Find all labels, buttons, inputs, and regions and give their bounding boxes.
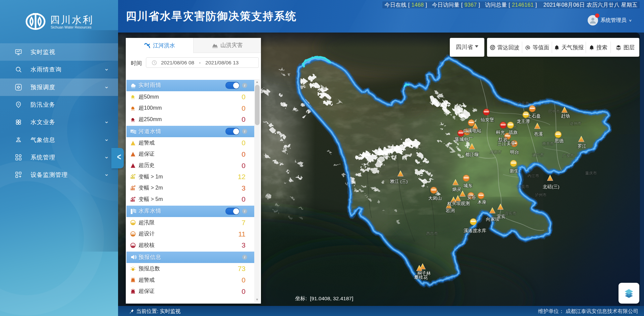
- svg-text:三江美亚: 三江美亚: [497, 141, 516, 146]
- svg-text:城东: 城东: [463, 183, 473, 188]
- svg-text:自贡市: 自贡市: [518, 185, 529, 189]
- svg-text:宜宾: 宜宾: [497, 214, 506, 219]
- svg-text:赶场: 赶场: [561, 113, 570, 118]
- svg-text:白溪电站: 白溪电站: [463, 128, 482, 133]
- svg-text:上石盘: 上石盘: [527, 113, 541, 118]
- svg-text:仙女堡: 仙女堡: [480, 117, 494, 122]
- svg-text:广安市: 广安市: [562, 154, 574, 158]
- svg-text:岩润: 岩润: [446, 208, 455, 213]
- svg-text:安谷: 安谷: [467, 195, 476, 200]
- svg-text:科光: 科光: [496, 130, 505, 135]
- svg-text:思德: 思德: [554, 138, 564, 143]
- svg-text:罗江: 罗江: [578, 144, 587, 149]
- svg-text:炳灵: 炳灵: [452, 187, 462, 192]
- svg-text:西昌市: 西昌市: [426, 231, 438, 235]
- svg-text:巴中市: 巴中市: [548, 109, 560, 113]
- svg-text:遂宁市: 遂宁市: [532, 153, 544, 157]
- svg-text:木座: 木座: [478, 200, 487, 205]
- svg-text:广元市: 广元市: [518, 101, 529, 105]
- svg-text:重庆市: 重庆市: [585, 171, 597, 175]
- svg-text:苍溪: 苍溪: [534, 131, 543, 137]
- svg-text:内江市: 内江市: [528, 174, 539, 178]
- svg-text:汛: 汛: [17, 103, 20, 106]
- svg-text:溪洛渡水库: 溪洛渡水库: [464, 228, 486, 233]
- svg-text:达州市: 达州市: [570, 121, 582, 125]
- svg-text:南充市: 南充市: [542, 142, 554, 146]
- svg-text:晋城电厂: 晋城电厂: [455, 137, 473, 142]
- svg-text:明台: 明台: [510, 150, 519, 155]
- svg-text:战旗: 战旗: [509, 130, 518, 135]
- svg-text:雅江 (三): 雅江 (三): [390, 179, 408, 184]
- svg-text:北碚(三): 北碚(三): [542, 184, 559, 189]
- svg-text:龙王潭: 龙王潭: [517, 119, 530, 124]
- svg-text:枕头坝观测: 枕头坝观测: [447, 201, 470, 206]
- svg-text:成都市: 成都市: [490, 150, 502, 154]
- svg-text:宜宾市: 宜宾市: [505, 211, 517, 215]
- svg-text:都江堰: 都江堰: [465, 152, 479, 157]
- svg-text:新生: 新生: [510, 168, 519, 173]
- svg-text:攀枝花: 攀枝花: [414, 275, 428, 280]
- svg-text:大岗山: 大岗山: [428, 196, 442, 201]
- svg-text:泸州市: 泸州市: [535, 193, 547, 197]
